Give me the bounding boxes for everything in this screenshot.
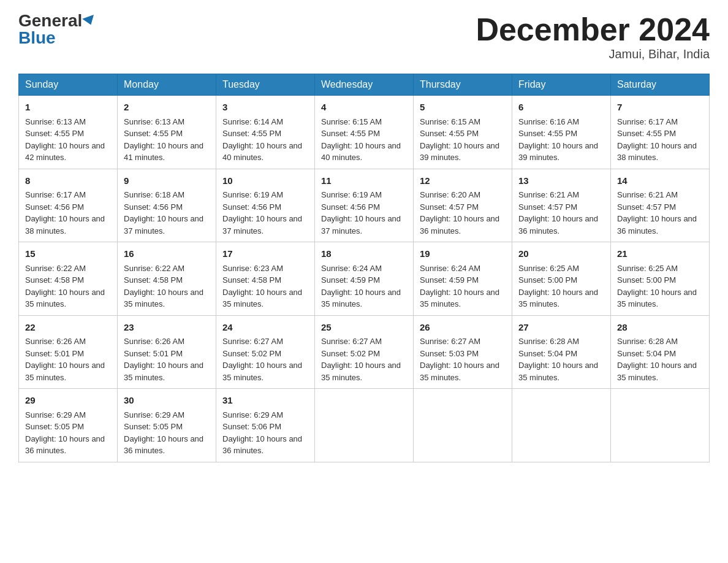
calendar-header-wednesday: Wednesday <box>315 74 414 96</box>
logo-general-text: General <box>18 12 82 29</box>
calendar-cell: 9Sunrise: 6:18 AMSunset: 4:56 PMDaylight… <box>118 169 216 242</box>
calendar-cell: 2Sunrise: 6:13 AMSunset: 4:55 PMDaylight… <box>118 96 216 169</box>
day-info: Sunrise: 6:27 AMSunset: 5:02 PMDaylight:… <box>321 337 401 382</box>
day-number: 12 <box>420 174 506 188</box>
calendar-cell: 22Sunrise: 6:26 AMSunset: 5:01 PMDayligh… <box>19 315 118 389</box>
calendar-cell: 19Sunrise: 6:24 AMSunset: 4:59 PMDayligh… <box>414 242 512 316</box>
day-info: Sunrise: 6:24 AMSunset: 4:59 PMDaylight:… <box>321 264 401 309</box>
day-number: 1 <box>25 101 111 115</box>
calendar-cell: 7Sunrise: 6:17 AMSunset: 4:55 PMDaylight… <box>611 96 710 169</box>
calendar-cell: 15Sunrise: 6:22 AMSunset: 4:58 PMDayligh… <box>19 242 118 316</box>
day-info: Sunrise: 6:26 AMSunset: 5:01 PMDaylight:… <box>25 337 105 382</box>
day-info: Sunrise: 6:22 AMSunset: 4:58 PMDaylight:… <box>124 264 203 309</box>
calendar-cell: 13Sunrise: 6:21 AMSunset: 4:57 PMDayligh… <box>512 169 611 242</box>
calendar-cell <box>611 389 710 462</box>
day-info: Sunrise: 6:17 AMSunset: 4:55 PMDaylight:… <box>617 117 697 163</box>
calendar-cell <box>512 389 611 462</box>
day-number: 21 <box>617 247 703 261</box>
day-info: Sunrise: 6:22 AMSunset: 4:58 PMDaylight:… <box>25 264 105 309</box>
day-number: 26 <box>420 321 506 335</box>
calendar-header-saturday: Saturday <box>611 74 710 96</box>
calendar-cell <box>315 389 414 462</box>
calendar-header-sunday: Sunday <box>19 74 118 96</box>
calendar-table: SundayMondayTuesdayWednesdayThursdayFrid… <box>18 74 710 462</box>
day-number: 23 <box>124 321 210 335</box>
day-info: Sunrise: 6:19 AMSunset: 4:56 PMDaylight:… <box>321 190 401 236</box>
day-info: Sunrise: 6:21 AMSunset: 4:57 PMDaylight:… <box>617 190 697 236</box>
logo-triangle-icon <box>82 15 97 27</box>
day-number: 9 <box>124 174 210 188</box>
day-info: Sunrise: 6:25 AMSunset: 5:00 PMDaylight:… <box>518 264 598 309</box>
calendar-cell: 4Sunrise: 6:15 AMSunset: 4:55 PMDaylight… <box>315 96 414 169</box>
calendar-cell: 11Sunrise: 6:19 AMSunset: 4:56 PMDayligh… <box>315 169 414 242</box>
day-info: Sunrise: 6:20 AMSunset: 4:57 PMDaylight:… <box>420 190 499 236</box>
calendar-week-row: 15Sunrise: 6:22 AMSunset: 4:58 PMDayligh… <box>19 242 710 316</box>
calendar-week-row: 29Sunrise: 6:29 AMSunset: 5:05 PMDayligh… <box>19 389 710 462</box>
calendar-cell <box>414 389 512 462</box>
calendar-header-friday: Friday <box>512 74 611 96</box>
calendar-cell: 25Sunrise: 6:27 AMSunset: 5:02 PMDayligh… <box>315 315 414 389</box>
day-info: Sunrise: 6:29 AMSunset: 5:06 PMDaylight:… <box>222 410 302 456</box>
calendar-cell: 29Sunrise: 6:29 AMSunset: 5:05 PMDayligh… <box>19 389 118 462</box>
day-number: 27 <box>518 321 604 335</box>
calendar-cell: 8Sunrise: 6:17 AMSunset: 4:56 PMDaylight… <box>19 169 118 242</box>
calendar-cell: 30Sunrise: 6:29 AMSunset: 5:05 PMDayligh… <box>118 389 216 462</box>
calendar-cell: 3Sunrise: 6:14 AMSunset: 4:55 PMDaylight… <box>216 96 315 169</box>
calendar-cell: 1Sunrise: 6:13 AMSunset: 4:55 PMDaylight… <box>19 96 118 169</box>
calendar-cell: 6Sunrise: 6:16 AMSunset: 4:55 PMDaylight… <box>512 96 611 169</box>
calendar-header-thursday: Thursday <box>414 74 512 96</box>
day-info: Sunrise: 6:18 AMSunset: 4:56 PMDaylight:… <box>124 190 203 236</box>
day-info: Sunrise: 6:13 AMSunset: 4:55 PMDaylight:… <box>25 117 105 163</box>
day-number: 7 <box>617 101 703 115</box>
logo: General Blue <box>18 12 96 47</box>
day-number: 18 <box>321 247 407 261</box>
day-info: Sunrise: 6:28 AMSunset: 5:04 PMDaylight:… <box>518 337 598 382</box>
calendar-cell: 17Sunrise: 6:23 AMSunset: 4:58 PMDayligh… <box>216 242 315 316</box>
calendar-cell: 24Sunrise: 6:27 AMSunset: 5:02 PMDayligh… <box>216 315 315 389</box>
day-number: 29 <box>25 394 111 408</box>
day-number: 3 <box>222 101 308 115</box>
day-number: 24 <box>222 321 308 335</box>
calendar-header-monday: Monday <box>118 74 216 96</box>
day-number: 6 <box>518 101 604 115</box>
calendar-cell: 28Sunrise: 6:28 AMSunset: 5:04 PMDayligh… <box>611 315 710 389</box>
page-header: General Blue December 2024 Jamui, Bihar,… <box>18 12 710 61</box>
day-number: 15 <box>25 247 111 261</box>
calendar-week-row: 8Sunrise: 6:17 AMSunset: 4:56 PMDaylight… <box>19 169 710 242</box>
day-info: Sunrise: 6:29 AMSunset: 5:05 PMDaylight:… <box>25 410 105 456</box>
calendar-cell: 10Sunrise: 6:19 AMSunset: 4:56 PMDayligh… <box>216 169 315 242</box>
calendar-cell: 23Sunrise: 6:26 AMSunset: 5:01 PMDayligh… <box>118 315 216 389</box>
calendar-week-row: 22Sunrise: 6:26 AMSunset: 5:01 PMDayligh… <box>19 315 710 389</box>
day-info: Sunrise: 6:15 AMSunset: 4:55 PMDaylight:… <box>420 117 499 163</box>
day-number: 11 <box>321 174 407 188</box>
day-number: 31 <box>222 394 308 408</box>
title-section: December 2024 Jamui, Bihar, India <box>476 12 710 61</box>
day-number: 16 <box>124 247 210 261</box>
day-info: Sunrise: 6:28 AMSunset: 5:04 PMDaylight:… <box>617 337 697 382</box>
day-info: Sunrise: 6:19 AMSunset: 4:56 PMDaylight:… <box>222 190 302 236</box>
day-number: 17 <box>222 247 308 261</box>
calendar-cell: 14Sunrise: 6:21 AMSunset: 4:57 PMDayligh… <box>611 169 710 242</box>
day-info: Sunrise: 6:16 AMSunset: 4:55 PMDaylight:… <box>518 117 598 163</box>
day-info: Sunrise: 6:23 AMSunset: 4:58 PMDaylight:… <box>222 264 302 309</box>
day-info: Sunrise: 6:24 AMSunset: 4:59 PMDaylight:… <box>420 264 499 309</box>
day-number: 22 <box>25 321 111 335</box>
logo-blue-text: Blue <box>18 29 56 47</box>
calendar-cell: 5Sunrise: 6:15 AMSunset: 4:55 PMDaylight… <box>414 96 512 169</box>
day-info: Sunrise: 6:27 AMSunset: 5:02 PMDaylight:… <box>222 337 302 382</box>
calendar-cell: 12Sunrise: 6:20 AMSunset: 4:57 PMDayligh… <box>414 169 512 242</box>
day-number: 25 <box>321 321 407 335</box>
day-info: Sunrise: 6:26 AMSunset: 5:01 PMDaylight:… <box>124 337 203 382</box>
day-number: 20 <box>518 247 604 261</box>
calendar-cell: 21Sunrise: 6:25 AMSunset: 5:00 PMDayligh… <box>611 242 710 316</box>
calendar-week-row: 1Sunrise: 6:13 AMSunset: 4:55 PMDaylight… <box>19 96 710 169</box>
day-info: Sunrise: 6:14 AMSunset: 4:55 PMDaylight:… <box>222 117 302 163</box>
day-info: Sunrise: 6:29 AMSunset: 5:05 PMDaylight:… <box>124 410 203 456</box>
day-number: 28 <box>617 321 703 335</box>
day-info: Sunrise: 6:21 AMSunset: 4:57 PMDaylight:… <box>518 190 598 236</box>
calendar-header-row: SundayMondayTuesdayWednesdayThursdayFrid… <box>19 74 710 96</box>
day-info: Sunrise: 6:17 AMSunset: 4:56 PMDaylight:… <box>25 190 105 236</box>
calendar-cell: 27Sunrise: 6:28 AMSunset: 5:04 PMDayligh… <box>512 315 611 389</box>
location-text: Jamui, Bihar, India <box>476 47 710 61</box>
day-number: 14 <box>617 174 703 188</box>
